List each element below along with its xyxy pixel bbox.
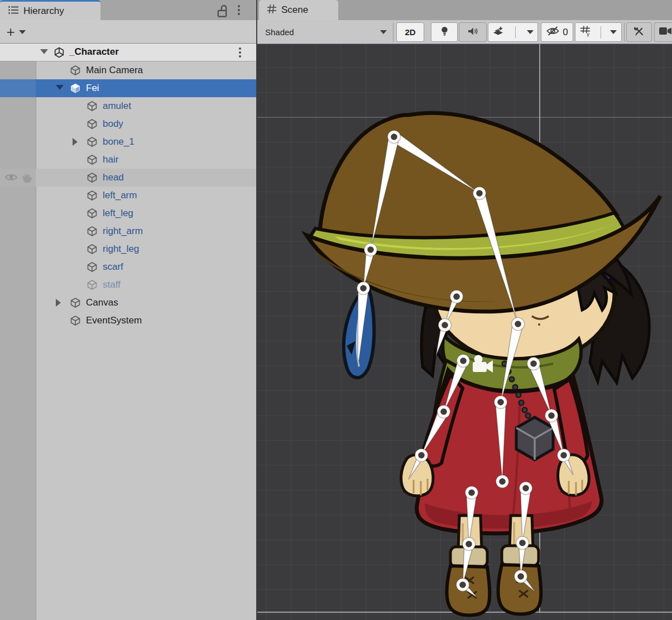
row-label: EventSystem xyxy=(86,315,142,326)
prefab-cube-icon xyxy=(70,83,81,94)
hierarchy-row-amulet[interactable]: amulet xyxy=(0,97,256,115)
gameobject-cube-icon xyxy=(87,279,98,290)
scene-viewport[interactable] xyxy=(257,44,672,620)
tab-hierarchy[interactable]: Hierarchy xyxy=(0,0,100,20)
lighting-toggle-button[interactable] xyxy=(431,22,458,42)
toolbar-separator xyxy=(624,22,625,42)
eye-icon[interactable] xyxy=(4,173,17,183)
hierarchy-panel: Hierarchy + All xyxy=(0,0,256,620)
bone-joint-core xyxy=(367,246,374,253)
bone-joint-core xyxy=(497,399,504,406)
row-label: bone_1 xyxy=(103,136,135,147)
bone-joint-core xyxy=(391,133,397,140)
wrench-pencil-icon xyxy=(633,26,645,39)
scene-toolbar: Shaded 2D xyxy=(257,20,672,44)
bone-joint-core xyxy=(468,489,475,496)
expand-arrow[interactable] xyxy=(56,299,61,307)
bone-joint-core xyxy=(440,408,447,415)
hierarchy-tabstrip: Hierarchy xyxy=(0,0,256,20)
hierarchy-row-canvas[interactable]: Canvas xyxy=(0,294,256,312)
add-object-dropdown-caret[interactable] xyxy=(19,30,26,34)
dress xyxy=(417,370,602,533)
bone-joint-core xyxy=(418,452,425,459)
gameobject-cube-icon xyxy=(87,244,98,255)
hidden-count: 0 xyxy=(563,27,568,38)
hierarchy-toolbar: + All xyxy=(0,20,256,43)
tab-scene[interactable]: Scene xyxy=(259,0,338,20)
hierarchy-row-body[interactable]: body xyxy=(0,115,256,133)
hierarchy-tree: _Character Main CameraFeiamuletbodybone_… xyxy=(0,44,256,620)
row-label: Main Camera xyxy=(86,65,143,76)
gameobject-cube-icon xyxy=(87,226,98,237)
scene-panel: Scene Shaded 2D xyxy=(257,0,672,620)
gameobject-cube-icon xyxy=(87,261,98,273)
hand-icon[interactable] xyxy=(21,173,33,183)
hierarchy-row-left_leg[interactable]: left_leg xyxy=(0,204,256,222)
bone-joint-core xyxy=(530,360,537,367)
2d-toggle-button[interactable]: 2D xyxy=(396,22,424,42)
bone-joint-core xyxy=(476,190,483,197)
bone-joint-core xyxy=(465,541,472,547)
bone-joint-core xyxy=(548,412,555,419)
row-label: left_arm xyxy=(103,190,137,201)
gameobject-cube-icon xyxy=(70,315,81,326)
hierarchy-row-right_arm[interactable]: right_arm xyxy=(0,222,256,240)
hierarchy-row-head[interactable]: head xyxy=(0,169,256,187)
lightbulb-icon xyxy=(440,26,449,39)
row-label: right_leg xyxy=(103,244,139,255)
scene-tabstrip: Scene xyxy=(257,0,672,20)
scene-expand-arrow[interactable] xyxy=(40,49,48,54)
gameobject-cube-icon xyxy=(87,101,98,112)
hierarchy-row-hair[interactable]: hair xyxy=(0,151,256,169)
effects-toggle-icon[interactable] xyxy=(492,26,504,39)
expand-arrow[interactable] xyxy=(56,85,64,90)
scene-menu-icon[interactable] xyxy=(237,47,243,58)
hierarchy-row-right_leg[interactable]: right_leg xyxy=(0,240,256,258)
hierarchy-row-scarf[interactable]: scarf xyxy=(0,258,256,276)
grid-axis-icon[interactable]: y xyxy=(580,25,592,39)
hierarchy-row-left_arm[interactable]: left_arm xyxy=(0,187,256,204)
gameobject-cube-icon xyxy=(70,297,81,308)
camera-icon xyxy=(659,27,672,37)
eye-slash-icon xyxy=(546,26,560,39)
row-label: body xyxy=(103,118,123,130)
draw-mode-dropdown[interactable]: Shaded xyxy=(260,22,392,42)
add-object-button[interactable]: + xyxy=(3,25,18,39)
hierarchy-row-fei[interactable]: Fei xyxy=(0,79,256,97)
grid-dropdown-caret[interactable] xyxy=(610,30,617,34)
gameobject-cube-icon xyxy=(87,190,98,201)
lock-icon[interactable] xyxy=(215,4,229,18)
row-label: head xyxy=(103,172,124,183)
camera-settings-button[interactable] xyxy=(654,22,672,42)
scene-header-row[interactable]: _Character xyxy=(0,44,256,61)
hierarchy-tab-label: Hierarchy xyxy=(23,6,64,17)
gameobject-cube-icon xyxy=(70,65,81,76)
draw-mode-label: Shaded xyxy=(265,27,294,37)
hierarchy-row-staff[interactable]: staff xyxy=(0,276,256,294)
row-label: scarf xyxy=(103,261,123,273)
custom-tools-button[interactable] xyxy=(626,22,652,42)
hierarchy-row-main-camera[interactable]: Main Camera xyxy=(0,61,256,79)
bone-joint-core xyxy=(522,485,529,492)
audio-toggle-button[interactable] xyxy=(459,22,487,42)
row-label: Canvas xyxy=(86,297,118,308)
expand-arrow[interactable] xyxy=(73,138,78,146)
effects-dropdown-caret[interactable] xyxy=(527,30,534,34)
hierarchy-row-eventsystem[interactable]: EventSystem xyxy=(0,312,256,330)
bone-joint-core xyxy=(515,321,521,327)
gameobject-cube-icon xyxy=(87,172,98,183)
hierarchy-menu-icon[interactable] xyxy=(236,5,242,15)
row-label: right_arm xyxy=(103,226,143,237)
hierarchy-row-bone_1[interactable]: bone_1 xyxy=(0,133,256,151)
svg-text:y: y xyxy=(587,31,589,37)
unity-logo-icon xyxy=(54,47,65,58)
bone-joint-core xyxy=(360,285,367,292)
row-label: hair xyxy=(103,154,118,165)
grid-icon xyxy=(267,4,277,16)
scene-visibility-button[interactable]: 0 xyxy=(541,22,573,42)
bone-joint-core xyxy=(519,540,526,546)
list-icon xyxy=(8,6,19,17)
scene-name: _Character xyxy=(69,46,119,58)
gameobject-cube-icon xyxy=(87,118,98,130)
effects-group xyxy=(488,22,538,42)
